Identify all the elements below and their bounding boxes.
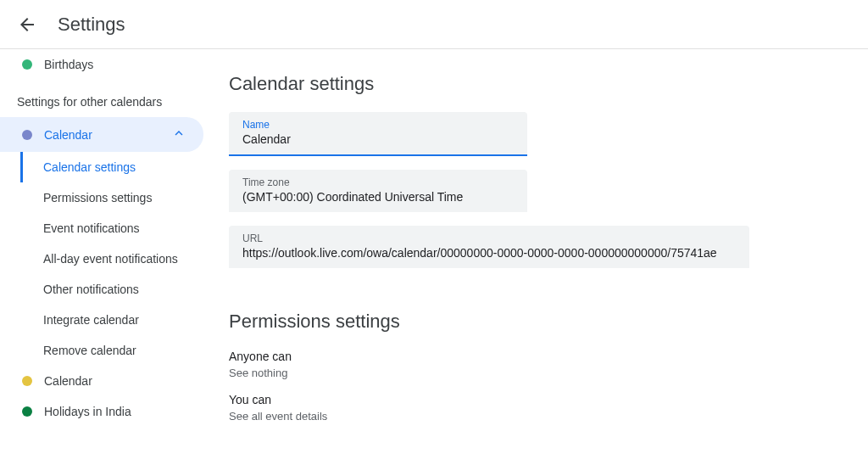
sidebar-item-label: Birthdays: [44, 58, 93, 71]
timezone-field[interactable]: Time zone (GMT+00:00) Coordinated Univer…: [229, 170, 527, 212]
permission-entry: You can See all event details: [229, 393, 868, 423]
page-title: Settings: [58, 14, 125, 36]
permission-what: See all event details: [229, 410, 868, 423]
sidebar-subitem-permissions-settings[interactable]: Permissions settings: [20, 182, 229, 213]
calendar-dot-icon: [22, 130, 32, 140]
chevron-up-icon: [171, 126, 186, 143]
sidebar-subitem-event-notifications[interactable]: Event notifications: [20, 213, 229, 244]
field-value: https://outlook.live.com/owa/calendar/00…: [242, 246, 736, 260]
calendar-settings-title: Calendar settings: [229, 73, 868, 95]
url-field[interactable]: URL https://outlook.live.com/owa/calenda…: [229, 226, 749, 268]
sidebar-subitem-allday-notifications[interactable]: All-day event notifications: [20, 244, 229, 274]
permission-who: You can: [229, 393, 868, 406]
sidebar-item-holidays-india[interactable]: Holidays in India: [0, 396, 229, 427]
sidebar-item-calendar-yellow[interactable]: Calendar: [0, 366, 229, 396]
sidebar-item-birthdays[interactable]: Birthdays: [0, 49, 229, 80]
sidebar-item-label: Holidays in India: [44, 405, 131, 418]
permission-what: See nothing: [229, 367, 868, 379]
name-field[interactable]: Name Calendar: [229, 112, 527, 156]
sidebar-item-label: Calendar: [44, 128, 92, 142]
calendar-dot-icon: [22, 59, 32, 70]
calendar-dot-icon: [22, 376, 32, 386]
field-label: Name: [242, 119, 514, 131]
field-label: URL: [242, 232, 736, 244]
permission-who: Anyone can: [229, 350, 868, 363]
header: Settings: [0, 0, 868, 49]
sidebar-subitem-calendar-settings[interactable]: Calendar settings: [20, 152, 229, 182]
sidebar-section-header: Settings for other calendars: [0, 80, 229, 117]
back-arrow-icon[interactable]: [17, 14, 37, 35]
main-content: Calendar settings Name Calendar Time zon…: [229, 49, 868, 476]
sidebar: Birthdays Settings for other calendars C…: [0, 49, 229, 476]
calendar-dot-icon: [22, 406, 32, 417]
sidebar-subitem-other-notifications[interactable]: Other notifications: [20, 274, 229, 305]
permission-entry: Anyone can See nothing: [229, 350, 868, 379]
sidebar-item-label: Calendar: [44, 374, 92, 388]
sidebar-subitem-remove-calendar[interactable]: Remove calendar: [20, 335, 229, 366]
field-label: Time zone: [242, 176, 514, 188]
sidebar-subitem-integrate-calendar[interactable]: Integrate calendar: [20, 305, 229, 335]
permissions-settings-title: Permissions settings: [229, 311, 868, 333]
field-value: Calendar: [242, 132, 514, 146]
field-value: (GMT+00:00) Coordinated Universal Time: [242, 190, 514, 204]
sidebar-item-calendar-selected[interactable]: Calendar: [0, 117, 203, 152]
